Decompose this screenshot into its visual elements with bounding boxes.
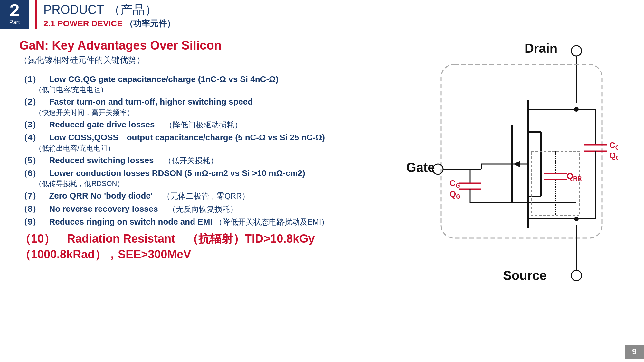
section-title: GaN: Key Advantages Over Silicon: [19, 39, 386, 52]
sub-title: 2.1 POWER DEVICE （功率元件）: [43, 18, 175, 29]
qg-label: QG: [450, 189, 460, 200]
section-subtitle: （氮化镓相对硅元件的关键优势）: [19, 54, 386, 66]
text-7: Zero QRR No 'body diode': [49, 191, 152, 200]
text-2: Faster turn-on and turn-off, higher swit…: [49, 97, 253, 107]
drain-label: Drain: [525, 41, 557, 55]
num-5: （5）: [19, 155, 49, 165]
num-9: （9）: [19, 217, 49, 227]
advantage-1-main: （1） Low CG,QG gate capacitance/charge (1…: [19, 73, 386, 85]
part-number: 2 Part: [0, 0, 29, 29]
advantage-7-main: （7） Zero QRR No 'body diode' （无体二极管，零QRR…: [19, 190, 386, 201]
main-title: PRODUCT （产品）: [43, 0, 175, 18]
part-label: Part: [9, 19, 20, 25]
advantage-6-main: （6） Lower conduction losses RDSON (5 mΩ-…: [19, 167, 386, 179]
header: 2 Part PRODUCT （产品） 2.1 POWER DEVICE （功率…: [0, 0, 644, 29]
sub-title-cn: （功率元件）: [125, 19, 175, 28]
num-7: （7）: [19, 191, 49, 200]
text-5: Reduced switching losses: [49, 155, 154, 165]
advantage-5-main: （5） Reduced switching losses （低开关损耗）: [19, 154, 386, 166]
advantage-4-sub: （低输出电容/充电电阻）: [35, 144, 386, 153]
page-number-text: 9: [632, 347, 636, 356]
advantage-9-main: （9） Reduces ringing on switch node and E…: [19, 216, 386, 227]
num-3: （3）: [19, 120, 49, 129]
text-3: Reduced gate drive losses: [49, 120, 155, 129]
text-8: No reverse recovery losses: [49, 204, 158, 214]
header-title: PRODUCT （产品） 2.1 POWER DEVICE （功率元件）: [43, 0, 175, 29]
num-2: （2）: [19, 97, 49, 107]
text-9-cn: （降低开关状态电路扰动及EMI）: [215, 218, 329, 226]
number-text: 2: [9, 1, 19, 19]
cg-label: CG: [450, 178, 460, 189]
main-content: GaN: Key Advantages Over Silicon （氮化镓相对硅…: [0, 29, 644, 296]
text-3-cn: （降低门极驱动损耗）: [157, 120, 242, 129]
text-5-cn: （低开关损耗）: [156, 156, 218, 165]
advantage-4: （4） Low COSS,QOSS output capacitance/cha…: [19, 132, 386, 153]
advantage-2-main: （2） Faster turn-on and turn-off, higher …: [19, 96, 386, 107]
main-title-en: PRODUCT: [43, 3, 104, 16]
advantage-5: （5） Reduced switching losses （低开关损耗）: [19, 154, 386, 166]
gate-label: Gate: [406, 160, 435, 174]
advantage-2: （2） Faster turn-on and turn-off, higher …: [19, 96, 386, 117]
num-1: （1）: [19, 74, 49, 84]
circuit-svg: Drain Gate Source: [406, 39, 618, 290]
advantage-1: （1） Low CG,QG gate capacitance/charge (1…: [19, 73, 386, 95]
text-6: Lower conduction losses RDSON (5 mΩ-cm2 …: [49, 168, 305, 178]
text-9: Reduces ringing on switch node and EMI: [49, 217, 212, 227]
num-6: （6）: [19, 168, 49, 178]
advantage-3-main: （3） Reduced gate drive losses （降低门极驱动损耗）: [19, 119, 386, 130]
coss-label: COSS: [609, 140, 618, 151]
qoss-label: QOSS: [609, 151, 618, 161]
sub-title-en: 2.1 POWER DEVICE: [43, 19, 123, 28]
text-4: Low COSS,QOSS output capacitance/charge …: [49, 133, 325, 142]
circuit-diagram: Drain Gate Source: [399, 39, 625, 290]
advantage-8: （8） No reverse recovery losses （无反向恢复损耗）: [19, 203, 386, 215]
advantage-8-main: （8） No reverse recovery losses （无反向恢复损耗）: [19, 203, 386, 215]
num-8: （8）: [19, 204, 49, 214]
left-content: GaN: Key Advantages Over Silicon （氮化镓相对硅…: [19, 39, 386, 290]
text-7-cn: （无体二极管，零QRR）: [155, 191, 249, 200]
main-title-cn: （产品）: [108, 3, 157, 16]
source-terminal: [571, 270, 582, 281]
advantage-9: （9） Reduces ringing on switch node and E…: [19, 216, 386, 227]
advantage-2-sub: （快速开关时间，高开关频率）: [35, 108, 386, 117]
arrow-body: [514, 161, 520, 167]
header-divider: [35, 0, 37, 29]
advantage-7: （7） Zero QRR No 'body diode' （无体二极管，零QRR…: [19, 190, 386, 201]
source-label: Source: [503, 268, 547, 283]
drain-terminal: [571, 46, 582, 56]
advantage-4-main: （4） Low COSS,QOSS output capacitance/cha…: [19, 132, 386, 143]
advantage-3: （3） Reduced gate drive losses （降低门极驱动损耗）: [19, 119, 386, 130]
num-4: （4）: [19, 133, 49, 142]
num-10: （10） Radiation Resistant （抗辐射）TID>10.8kG…: [19, 232, 326, 261]
page-number: 9: [625, 345, 644, 359]
text-1: Low CG,QG gate capacitance/charge (1nC-Ω…: [49, 74, 278, 84]
advantage-10: （10） Radiation Resistant （抗辐射）TID>10.8kG…: [19, 231, 386, 263]
text-8-cn: （无反向恢复损耗）: [160, 205, 238, 213]
advantage-6: （6） Lower conduction losses RDSON (5 mΩ-…: [19, 167, 386, 189]
qrr-label: QRR: [567, 171, 582, 182]
advantage-6-sub: （低传导损耗，低RDSON）: [35, 179, 386, 189]
advantage-1-sub: （低门电容/充电电阻）: [35, 85, 386, 95]
